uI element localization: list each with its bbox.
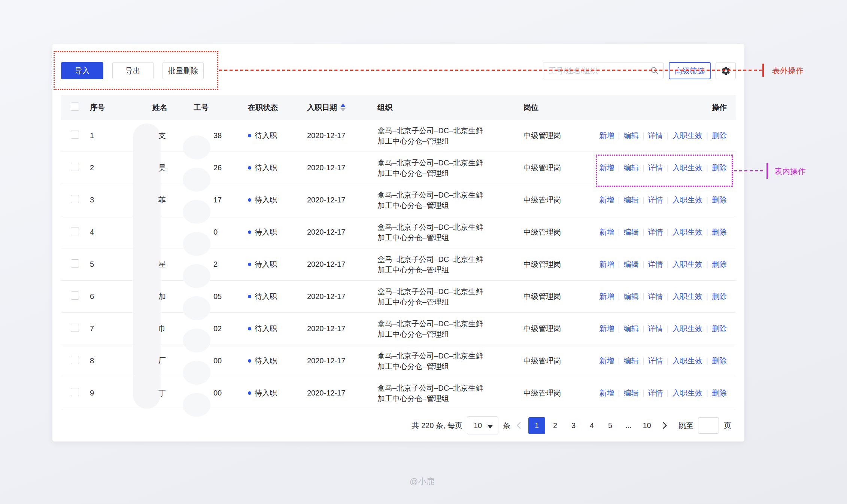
action-link-take-effect[interactable]: 入职生效 [673,227,702,237]
action-link-take-effect[interactable]: 入职生效 [673,131,702,141]
action-link-add[interactable]: 新增 [599,131,614,141]
page-ellipsis: ... [620,417,637,434]
action-separator: | [706,196,708,204]
page-button-2[interactable]: 2 [547,417,564,434]
action-separator: | [706,389,708,397]
inside-actions-annotation-box [596,155,733,187]
action-link-details[interactable]: 详情 [648,131,663,141]
action-link-take-effect[interactable]: 入职生效 [673,259,702,269]
action-link-delete[interactable]: 删除 [712,227,727,237]
row-checkbox[interactable] [71,227,79,235]
action-link-take-effect[interactable]: 入职生效 [673,291,702,302]
action-link-add[interactable]: 新增 [599,259,614,269]
table-card: 导入 导出 批量删除 高级筛选 [52,44,744,442]
action-link-take-effect[interactable]: 入职生效 [673,195,702,205]
action-link-details[interactable]: 详情 [648,195,663,205]
gear-icon [721,66,731,76]
name-visible-text: 巾 [158,324,166,333]
hire-date: 2020-12-17 [294,357,364,365]
action-link-delete[interactable]: 删除 [712,356,727,366]
select-all-checkbox[interactable] [71,103,79,111]
action-link-edit[interactable]: 编辑 [623,291,638,302]
action-link-edit[interactable]: 编辑 [623,324,638,334]
action-link-delete[interactable]: 删除 [712,388,727,398]
name-visible-text: 丁 [158,389,166,397]
header-hire-date[interactable]: 入职日期 [294,103,364,113]
action-link-take-effect[interactable]: 入职生效 [673,388,702,398]
action-link-delete[interactable]: 删除 [712,291,727,302]
position: 中级管理岗 [510,356,591,366]
action-link-add[interactable]: 新增 [599,291,614,302]
status-dot [248,230,251,234]
page-button-10[interactable]: 10 [638,417,655,434]
action-link-take-effect[interactable]: 入职生效 [673,324,702,334]
employee-id-visible-text: 26 [186,164,222,172]
organization-cell: 盒马–北京子公司–DC–北京生鲜 加工中心分仓–管理组 [364,318,510,339]
action-link-details[interactable]: 详情 [648,388,663,398]
action-link-details[interactable]: 详情 [648,259,663,269]
action-link-edit[interactable]: 编辑 [623,356,638,366]
inside-actions-annotation-label: 表内操作 [774,166,806,177]
action-separator: | [642,196,644,204]
action-separator: | [618,196,620,204]
action-separator: | [706,228,708,236]
action-link-edit[interactable]: 编辑 [623,259,638,269]
table-row: 4 0 待入职 2020-12-17 盒马–北京子公司–DC–北京生鲜 加工中心… [61,216,736,248]
page-button-1[interactable]: 1 [528,417,545,434]
row-checkbox[interactable] [71,259,79,268]
header-organization: 组织 [364,103,510,113]
page-button-3[interactable]: 3 [565,417,582,434]
organization-cell: 盒马–北京子公司–DC–北京生鲜 加工中心分仓–管理组 [364,190,510,211]
action-link-take-effect[interactable]: 入职生效 [673,356,702,366]
action-link-edit[interactable]: 编辑 [623,227,638,237]
next-page-icon[interactable] [660,421,670,430]
employee-table: 序号 姓名 工号 在职状态 入职日期 组织 岗位 操作 1 支 [61,95,736,409]
action-separator: | [667,357,669,365]
page-button-5[interactable]: 5 [602,417,619,434]
page-button-4[interactable]: 4 [583,417,600,434]
organization-line1: 盒马–北京子公司–DC–北京生鲜 [377,125,510,136]
action-link-edit[interactable]: 编辑 [623,131,638,141]
action-link-add[interactable]: 新增 [599,227,614,237]
hire-date: 2020-12-17 [294,228,364,236]
table-row: 3 菲 17 待入职 2020-12-17 盒马–北京子公司–DC–北京生鲜 加… [61,184,736,216]
row-checkbox[interactable] [71,131,79,139]
action-link-add[interactable]: 新增 [599,195,614,205]
action-link-add[interactable]: 新增 [599,356,614,366]
status-label: 待入职 [255,163,277,173]
advanced-filter-button[interactable]: 高级筛选 [669,62,711,79]
action-link-delete[interactable]: 删除 [712,324,727,334]
action-link-add[interactable]: 新增 [599,324,614,334]
action-link-details[interactable]: 详情 [648,324,663,334]
action-link-edit[interactable]: 编辑 [623,195,638,205]
column-settings-button[interactable] [716,62,736,79]
action-link-details[interactable]: 详情 [648,356,663,366]
action-separator: | [642,260,644,269]
outside-actions-annotation-label: 表外操作 [772,65,804,76]
name-visible-text: 支 [158,131,166,140]
page-size-select[interactable]: 10 [467,416,498,434]
action-link-delete[interactable]: 删除 [712,259,727,269]
search-input[interactable] [543,62,664,79]
action-separator: | [618,131,620,140]
actions-cell: 新增|编辑|详情|入职生效|删除 [591,259,736,269]
row-checkbox[interactable] [71,356,79,364]
action-link-add[interactable]: 新增 [599,388,614,398]
watermark: @小鹿 [410,476,434,487]
action-link-delete[interactable]: 删除 [712,195,727,205]
row-checkbox[interactable] [71,163,79,171]
action-link-edit[interactable]: 编辑 [623,388,638,398]
row-checkbox[interactable] [71,195,79,203]
inside-actions-annotation-line [734,170,765,171]
row-checkbox[interactable] [71,388,79,396]
jump-to-page-input[interactable] [698,417,719,434]
action-link-details[interactable]: 详情 [648,291,663,302]
organization-line1: 盒马–北京子公司–DC–北京生鲜 [377,318,510,329]
previous-page-icon[interactable] [514,421,524,430]
row-checkbox[interactable] [71,324,79,332]
action-link-details[interactable]: 详情 [648,227,663,237]
action-link-delete[interactable]: 删除 [712,131,727,141]
row-checkbox[interactable] [71,291,79,300]
sort-icon[interactable] [340,104,346,112]
name-visible-text: 加 [158,292,166,300]
